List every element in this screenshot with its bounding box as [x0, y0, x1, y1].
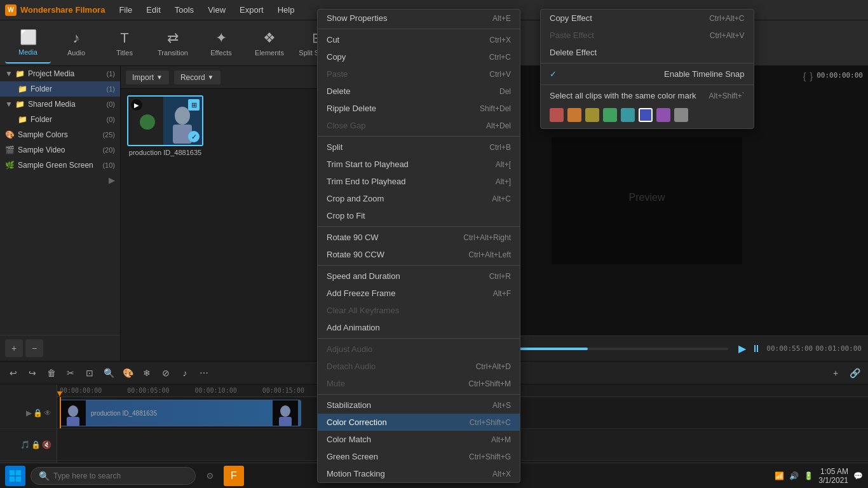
- delete-effect-label: Delete Effect: [550, 48, 597, 57]
- swatch-gray[interactable]: [674, 108, 688, 122]
- snap-label: Enable Timeline Snap: [664, 69, 744, 79]
- swatch-red[interactable]: [550, 108, 564, 122]
- trim-start-item[interactable]: Trim Start to Playhead Alt+[: [318, 156, 520, 173]
- adjust-audio-item: Adjust Audio: [318, 341, 520, 358]
- timeline-snap-item[interactable]: ✓ Enable Timeline Snap: [541, 65, 754, 83]
- clear-keyframes-label: Clear All Keyframes: [327, 306, 399, 315]
- mute-item: Mute Ctrl+Shift+M: [318, 375, 520, 392]
- separator-2: [318, 136, 520, 137]
- rotate-ccw-item[interactable]: Rotate 90 CCW Ctrl+Alt+Left: [318, 246, 520, 263]
- cut-item[interactable]: Cut Ctrl+X: [318, 31, 520, 48]
- color-correction-item[interactable]: Color Correction Ctrl+Shift+C: [318, 414, 520, 431]
- freeze-frame-label: Add Freeze Frame: [327, 288, 395, 298]
- trim-end-item[interactable]: Trim End to Playhead Alt+]: [318, 173, 520, 190]
- swatch-yellow[interactable]: [585, 108, 599, 122]
- cut-label: Cut: [327, 35, 339, 44]
- speed-duration-shortcut: Ctrl+R: [489, 272, 511, 281]
- stabilization-shortcut: Alt+S: [492, 401, 511, 410]
- swatch-orange[interactable]: [567, 108, 581, 122]
- rotate-ccw-shortcut: Ctrl+Alt+Left: [468, 250, 511, 259]
- split-item[interactable]: Split Ctrl+B: [318, 139, 520, 156]
- paste-shortcut: Ctrl+V: [489, 70, 511, 79]
- motion-tracking-label: Motion Tracking: [327, 469, 385, 478]
- green-screen-shortcut: Ctrl+Shift+G: [469, 452, 511, 461]
- motion-tracking-shortcut: Alt+X: [492, 470, 511, 478]
- rotate-cw-shortcut: Ctrl+Alt+Right: [463, 233, 511, 242]
- copy-label: Copy: [327, 52, 346, 62]
- color-mark-item[interactable]: Select all clips with the same color mar…: [541, 87, 754, 104]
- trim-end-label: Trim End to Playhead: [327, 177, 406, 186]
- delete-shortcut: Del: [499, 87, 511, 96]
- paste-effect-label: Paste Effect: [550, 30, 594, 40]
- swatch-green[interactable]: [603, 108, 617, 122]
- speed-duration-item[interactable]: Speed and Duration Ctrl+R: [318, 268, 520, 285]
- stabilization-item[interactable]: Stabilization Alt+S: [318, 396, 520, 414]
- crop-fit-item[interactable]: Crop to Fit: [318, 207, 520, 224]
- crop-fit-label: Crop to Fit: [327, 211, 365, 220]
- rotate-ccw-label: Rotate 90 CCW: [327, 250, 384, 259]
- color-swatches: [541, 104, 754, 128]
- split-shortcut: Ctrl+B: [489, 143, 511, 152]
- clear-keyframes-item: Clear All Keyframes: [318, 302, 520, 319]
- motion-tracking-item[interactable]: Motion Tracking Alt+X: [318, 465, 520, 482]
- paste-effect-shortcut: Ctrl+Alt+V: [710, 31, 745, 40]
- context-menu-overlay[interactable]: Show Properties Alt+E Cut Ctrl+X Copy Ct…: [0, 0, 868, 488]
- green-screen-item[interactable]: Green Screen Ctrl+Shift+G: [318, 448, 520, 465]
- color-mark-shortcut: Alt+Shift+`: [709, 92, 744, 100]
- color-match-label: Color Match: [327, 435, 371, 444]
- separator-4: [318, 265, 520, 266]
- right-separator-1: [541, 63, 754, 64]
- green-screen-label: Green Screen: [327, 452, 378, 461]
- trim-start-label: Trim Start to Playhead: [327, 159, 409, 169]
- color-correction-label: Color Correction: [327, 417, 387, 427]
- cut-shortcut: Ctrl+X: [489, 36, 511, 44]
- rotate-cw-item[interactable]: Rotate 90 CW Ctrl+Alt+Right: [318, 229, 520, 246]
- add-animation-item[interactable]: Add Animation: [318, 319, 520, 336]
- mute-shortcut: Ctrl+Shift+M: [468, 379, 511, 388]
- copy-item[interactable]: Copy Ctrl+C: [318, 48, 520, 65]
- speed-duration-label: Speed and Duration: [327, 271, 400, 281]
- snap-checkmark: ✓: [550, 69, 557, 79]
- swatch-blue[interactable]: [639, 108, 653, 122]
- ripple-delete-label: Ripple Delete: [327, 104, 376, 113]
- close-gap-item: Close Gap Alt+Del: [318, 117, 520, 134]
- trim-end-shortcut: Alt+]: [496, 177, 511, 186]
- crop-zoom-label: Crop and Zoom: [327, 194, 384, 203]
- separator-5: [318, 338, 520, 339]
- ripple-delete-item[interactable]: Ripple Delete Shift+Del: [318, 100, 520, 117]
- copy-effect-item[interactable]: Copy Effect Ctrl+Alt+C: [541, 10, 754, 27]
- separator-3: [318, 226, 520, 227]
- copy-shortcut: Ctrl+C: [489, 53, 511, 62]
- color-match-shortcut: Alt+M: [491, 435, 511, 444]
- crop-zoom-item[interactable]: Crop and Zoom Alt+C: [318, 190, 520, 207]
- adjust-audio-label: Adjust Audio: [327, 344, 372, 354]
- delete-effect-item[interactable]: Delete Effect: [541, 44, 754, 61]
- copy-effect-shortcut: Ctrl+Alt+C: [709, 14, 744, 23]
- close-gap-shortcut: Alt+Del: [486, 121, 511, 130]
- freeze-frame-shortcut: Alt+F: [493, 289, 511, 298]
- color-match-item[interactable]: Color Match Alt+M: [318, 431, 520, 448]
- paste-item: Paste Ctrl+V: [318, 65, 520, 83]
- delete-label: Delete: [327, 86, 351, 96]
- right-separator-2: [541, 85, 754, 85]
- trim-start-shortcut: Alt+[: [496, 160, 511, 169]
- freeze-frame-item[interactable]: Add Freeze Frame Alt+F: [318, 285, 520, 302]
- mute-label: Mute: [327, 379, 345, 388]
- delete-item[interactable]: Delete Del: [318, 83, 520, 100]
- paste-effect-item: Paste Effect Ctrl+Alt+V: [541, 27, 754, 44]
- swatch-purple[interactable]: [656, 108, 670, 122]
- ripple-delete-shortcut: Shift+Del: [480, 104, 511, 113]
- separator-6: [318, 394, 520, 395]
- stabilization-label: Stabilization: [327, 400, 371, 410]
- detach-audio-item: Detach Audio Ctrl+Alt+D: [318, 358, 520, 375]
- separator-1: [318, 29, 520, 29]
- swatch-teal[interactable]: [621, 108, 635, 122]
- add-animation-label: Add Animation: [327, 323, 380, 332]
- show-properties-shortcut: Alt+E: [492, 14, 511, 23]
- show-properties-item[interactable]: Show Properties Alt+E: [318, 10, 520, 27]
- split-label: Split: [327, 142, 342, 152]
- detach-audio-label: Detach Audio: [327, 362, 376, 371]
- copy-effect-label: Copy Effect: [550, 13, 592, 23]
- rotate-cw-label: Rotate 90 CW: [327, 233, 379, 242]
- right-context-menu: Copy Effect Ctrl+Alt+C Paste Effect Ctrl…: [540, 9, 754, 129]
